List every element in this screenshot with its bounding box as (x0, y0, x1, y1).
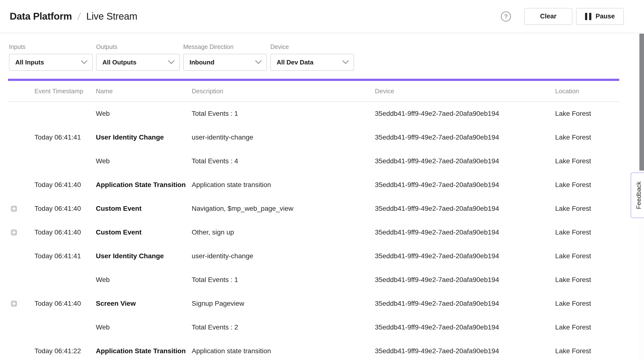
expand-plus-icon[interactable] (11, 206, 17, 212)
expand-cell (8, 277, 27, 283)
column-header-location: Location (555, 87, 619, 95)
device-select-value: All Dev Data (276, 59, 314, 66)
table-row[interactable]: Today 06:41:22 Application State Transit… (8, 339, 619, 360)
column-header-name: Name (96, 87, 192, 95)
chevron-down-icon (168, 60, 174, 64)
chevron-down-icon (81, 60, 87, 64)
event-name-cell: Application State Transition (96, 347, 192, 355)
device-id-cell: 35eddb41-9ff9-49e2-7aed-20afa90eb194 (375, 228, 555, 236)
location-cell: Lake Forest (555, 323, 619, 331)
table-row[interactable]: Today 06:41:41 User Identity Change user… (8, 126, 619, 149)
filter-group-outputs: Outputs All Outputs (96, 43, 180, 71)
expand-cell (8, 206, 27, 212)
event-description-cell: Signup Pageview (192, 300, 375, 307)
event-timestamp-cell: Today 06:41:22 (27, 347, 96, 355)
table-row[interactable]: Web Total Events : 1 35eddb41-9ff9-49e2-… (8, 102, 619, 126)
location-cell: Lake Forest (555, 134, 619, 141)
message-direction-filter-label: Message Direction (183, 43, 267, 50)
table-body: Web Total Events : 1 35eddb41-9ff9-49e2-… (8, 102, 619, 360)
top-bar: Data Platform / Live Stream ? Clear Paus… (0, 0, 644, 33)
breadcrumb-separator: / (77, 11, 82, 22)
device-id-cell: 35eddb41-9ff9-49e2-7aed-20afa90eb194 (375, 134, 555, 141)
accent-bar (8, 79, 619, 81)
outputs-filter-label: Outputs (96, 43, 180, 50)
expand-cell (8, 135, 27, 141)
event-description-cell: Total Events : 2 (192, 323, 375, 331)
device-id-cell: 35eddb41-9ff9-49e2-7aed-20afa90eb194 (375, 252, 555, 260)
expand-cell (8, 182, 27, 188)
scrollbar-thumb[interactable] (640, 34, 644, 171)
column-header-device: Device (375, 87, 555, 95)
live-stream-table: Event Timestamp Name Description Device … (8, 81, 619, 360)
location-cell: Lake Forest (555, 276, 619, 284)
location-cell: Lake Forest (555, 110, 619, 118)
event-name-cell: Custom Event (96, 228, 192, 236)
expand-cell (8, 301, 27, 307)
device-select[interactable]: All Dev Data (270, 54, 354, 71)
device-id-cell: 35eddb41-9ff9-49e2-7aed-20afa90eb194 (375, 157, 555, 165)
expand-cell (8, 158, 27, 164)
event-description-cell: Other, sign up (192, 228, 375, 236)
event-timestamp-cell: Today 06:41:40 (27, 228, 96, 236)
table-row[interactable]: Web Total Events : 4 35eddb41-9ff9-49e2-… (8, 149, 619, 173)
device-id-cell: 35eddb41-9ff9-49e2-7aed-20afa90eb194 (375, 181, 555, 189)
device-filter-label: Device (270, 43, 354, 50)
location-cell: Lake Forest (555, 157, 619, 165)
pause-button[interactable]: Pause (576, 8, 624, 25)
table-row[interactable]: Today 06:41:41 User Identity Change user… (8, 244, 619, 268)
clear-button[interactable]: Clear (524, 8, 572, 25)
event-description-cell: Application state transition (192, 181, 375, 189)
device-id-cell: 35eddb41-9ff9-49e2-7aed-20afa90eb194 (375, 300, 555, 307)
location-cell: Lake Forest (555, 181, 619, 189)
help-icon[interactable]: ? (501, 11, 511, 21)
device-id-cell: 35eddb41-9ff9-49e2-7aed-20afa90eb194 (375, 205, 555, 212)
event-name-cell: Web (96, 157, 192, 165)
filters-bar: Inputs All Inputs Outputs All Outputs Me… (0, 33, 644, 71)
event-name-cell: User Identity Change (96, 134, 192, 141)
breadcrumb-section[interactable]: Data Platform (10, 11, 72, 22)
inputs-select[interactable]: All Inputs (9, 54, 93, 71)
table-row[interactable]: Web Total Events : 1 35eddb41-9ff9-49e2-… (8, 268, 619, 292)
filter-group-message-direction: Message Direction Inbound (183, 43, 267, 71)
expand-cell (8, 348, 27, 354)
table-row[interactable]: Today 06:41:40 Screen View Signup Pagevi… (8, 292, 619, 315)
chevron-down-icon (342, 60, 349, 64)
event-name-cell: User Identity Change (96, 252, 192, 260)
event-timestamp-cell: Today 06:41:41 (27, 252, 96, 260)
table-row[interactable]: Today 06:41:40 Custom Event Navigation, … (8, 197, 619, 220)
page-title: Live Stream (86, 11, 137, 22)
feedback-tab[interactable]: Feedback (631, 173, 644, 218)
expand-plus-icon[interactable] (11, 301, 17, 307)
table-row[interactable]: Today 06:41:40 Application State Transit… (8, 173, 619, 197)
feedback-tab-label: Feedback (635, 181, 642, 209)
location-cell: Lake Forest (555, 347, 619, 355)
inputs-filter-label: Inputs (9, 43, 93, 50)
message-direction-select-value: Inbound (190, 59, 214, 66)
event-name-cell: Web (96, 276, 192, 284)
message-direction-select[interactable]: Inbound (183, 54, 267, 71)
outputs-select-value: All Outputs (102, 59, 136, 66)
expand-plus-icon[interactable] (11, 229, 17, 235)
filter-group-inputs: Inputs All Inputs (9, 43, 93, 71)
outputs-select[interactable]: All Outputs (96, 54, 180, 71)
event-description-cell: Total Events : 1 (192, 276, 375, 284)
expand-cell (8, 111, 27, 117)
filter-group-device: Device All Dev Data (270, 43, 354, 71)
device-id-cell: 35eddb41-9ff9-49e2-7aed-20afa90eb194 (375, 276, 555, 284)
event-name-cell: Application State Transition (96, 181, 192, 189)
inputs-select-value: All Inputs (15, 59, 44, 66)
table-row[interactable]: Web Total Events : 2 35eddb41-9ff9-49e2-… (8, 315, 619, 339)
table-row[interactable]: Today 06:41:40 Custom Event Other, sign … (8, 220, 619, 244)
pause-icon (585, 13, 591, 20)
event-timestamp-cell: Today 06:41:41 (27, 134, 96, 141)
chevron-down-icon (255, 60, 262, 64)
event-description-cell: Total Events : 1 (192, 110, 375, 118)
event-description-cell: user-identity-change (192, 252, 375, 260)
event-timestamp-cell: Today 06:41:40 (27, 205, 96, 212)
event-name-cell: Custom Event (96, 205, 192, 212)
device-id-cell: 35eddb41-9ff9-49e2-7aed-20afa90eb194 (375, 323, 555, 331)
location-cell: Lake Forest (555, 228, 619, 236)
breadcrumb: Data Platform / Live Stream (10, 11, 137, 22)
location-cell: Lake Forest (555, 252, 619, 260)
location-cell: Lake Forest (555, 300, 619, 307)
